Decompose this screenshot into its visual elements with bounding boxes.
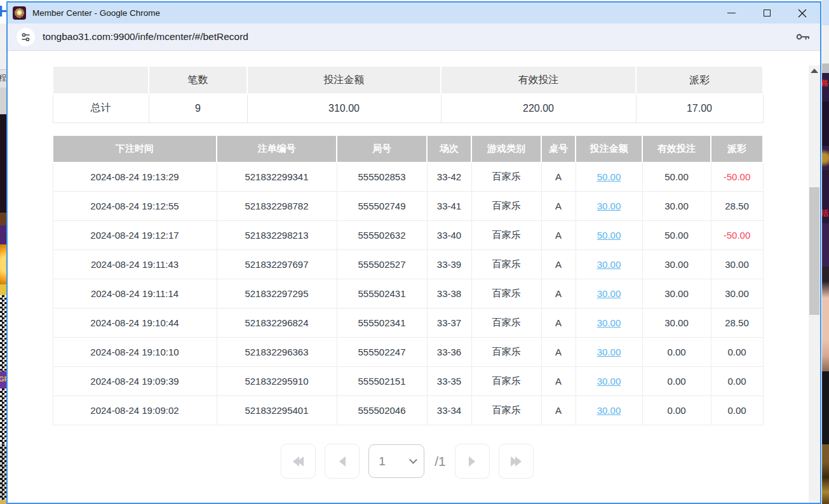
summary-total-label: 总计	[53, 94, 149, 123]
page-total-label: /1	[435, 454, 446, 469]
game-type: 百家乐	[471, 308, 541, 338]
summary-header-cell: 有效投注	[441, 66, 636, 94]
table-number: A	[541, 308, 576, 338]
bet-header-cell: 下注时间	[53, 135, 217, 162]
next-page-button[interactable]	[455, 444, 490, 479]
payout: 0.00	[711, 338, 763, 367]
payout: 0.00	[711, 367, 763, 396]
bet-amount-link[interactable]: 50.00	[576, 162, 642, 192]
bet-row: 2024-08-24 19:12:55521832298782555502749…	[53, 192, 763, 221]
bet-row: 2024-08-24 19:12:17521832298213555502632…	[53, 221, 763, 250]
round-number: 555502046	[337, 396, 427, 425]
bet-number: 521832297697	[217, 250, 337, 279]
bet-header-cell: 游戏类别	[471, 135, 541, 162]
bet-amount-link[interactable]: 30.00	[576, 279, 642, 308]
session: 33-41	[427, 192, 471, 221]
session: 33-35	[427, 367, 471, 396]
vertical-scrollbar[interactable]	[809, 65, 820, 504]
right-arrow-icon	[469, 456, 475, 467]
bet-time: 2024-08-24 19:10:44	[53, 308, 217, 338]
tune-icon	[20, 32, 31, 43]
session: 33-38	[427, 279, 471, 308]
bet-number: 521832296363	[217, 338, 337, 367]
table-number: A	[541, 250, 576, 279]
valid-bet: 30.00	[642, 279, 711, 308]
round-number: 555502431	[337, 279, 427, 308]
bet-amount-link[interactable]: 30.00	[576, 308, 642, 338]
bet-number: 521832297295	[217, 279, 337, 308]
bet-header-cell: 投注金额	[576, 135, 642, 162]
bet-table-header-row: 下注时间注单编号局号场次游戏类别桌号投注金额有效投注派彩	[53, 135, 763, 162]
page-select-wrap: 1	[368, 444, 424, 478]
site-favicon-icon	[13, 6, 26, 20]
summary-valid-bet: 220.00	[441, 94, 636, 123]
bet-time: 2024-08-24 19:12:55	[53, 192, 217, 221]
bet-amount-link[interactable]: 30.00	[576, 338, 642, 367]
game-type: 百家乐	[471, 367, 541, 396]
summary-header-cell: 派彩	[636, 66, 763, 94]
scroll-up-arrow-icon[interactable]	[811, 69, 818, 73]
last-page-button[interactable]	[499, 444, 534, 479]
page-select[interactable]: 1	[368, 444, 424, 478]
background-char-right-2: 活	[822, 208, 828, 219]
valid-bet: 50.00	[642, 162, 711, 192]
bet-number: 521832299341	[217, 162, 337, 192]
game-type: 百家乐	[471, 396, 541, 425]
payout: 30.00	[711, 250, 763, 279]
payout: 30.00	[711, 279, 763, 308]
maximize-icon	[764, 10, 771, 17]
summary-bet-amount: 310.00	[247, 94, 441, 123]
bet-amount-link[interactable]: 30.00	[576, 192, 642, 221]
bet-header-cell: 注单编号	[217, 135, 337, 162]
browser-window: Member Center - Google Chrome tongbao31.…	[6, 1, 821, 504]
bet-amount-link[interactable]: 30.00	[576, 396, 642, 425]
game-type: 百家乐	[471, 162, 541, 192]
game-type: 百家乐	[471, 192, 541, 221]
table-number: A	[541, 279, 576, 308]
background-char-left: 程	[0, 72, 6, 84]
payout: -50.00	[711, 162, 763, 192]
background-right-strip: 路 活	[822, 0, 829, 504]
address-bar: tongbao31.com:9900/infe/mcenter/#/betRec…	[8, 23, 820, 51]
table-number: A	[541, 367, 576, 396]
site-settings-icon[interactable]	[17, 28, 35, 46]
key-icon	[795, 29, 811, 45]
summary-header-cell	[53, 66, 149, 94]
bet-row: 2024-08-24 19:09:02521832295401555502046…	[53, 396, 763, 425]
table-number: A	[541, 396, 576, 425]
bet-amount-link[interactable]: 50.00	[576, 221, 642, 250]
summary-table: 笔数投注金额有效投注派彩 总计 9 310.00 220.00 17.00	[52, 65, 764, 123]
session: 33-36	[427, 338, 471, 367]
bet-time: 2024-08-24 19:09:39	[53, 367, 217, 396]
valid-bet: 0.00	[642, 396, 711, 425]
payout: 28.50	[711, 308, 763, 338]
maximize-button[interactable]	[749, 3, 785, 23]
summary-total-row: 总计 9 310.00 220.00 17.00	[53, 94, 763, 123]
valid-bet: 50.00	[642, 221, 711, 250]
pagination: 1 /1	[52, 444, 762, 479]
valid-bet: 0.00	[642, 338, 711, 367]
minimize-button[interactable]	[713, 3, 749, 23]
prev-page-button[interactable]	[325, 444, 360, 479]
url-text[interactable]: tongbao31.com:9900/infe/mcenter/#/betRec…	[43, 31, 248, 43]
table-number: A	[541, 221, 576, 250]
bet-amount-link[interactable]: 30.00	[576, 250, 642, 279]
password-key-button[interactable]	[795, 29, 811, 45]
round-number: 555502853	[337, 162, 427, 192]
summary-header-cell: 投注金额	[247, 66, 441, 94]
bet-number: 521832298213	[217, 221, 337, 250]
scrollbar-thumb[interactable]	[809, 187, 819, 315]
double-left-arrow-icon	[293, 456, 304, 467]
close-button[interactable]	[785, 3, 820, 23]
summary-payout: 17.00	[636, 94, 763, 123]
session: 33-42	[427, 162, 471, 192]
window-titlebar[interactable]: Member Center - Google Chrome	[8, 3, 820, 23]
first-page-button[interactable]	[281, 444, 316, 479]
bet-row: 2024-08-24 19:13:29521832299341555502853…	[53, 162, 763, 192]
game-type: 百家乐	[471, 338, 541, 367]
session: 33-39	[427, 250, 471, 279]
bet-number: 521832298782	[217, 192, 337, 221]
payout: 0.00	[711, 396, 763, 425]
bet-row: 2024-08-24 19:11:43521832297697555502527…	[53, 250, 763, 279]
bet-amount-link[interactable]: 30.00	[576, 367, 642, 396]
